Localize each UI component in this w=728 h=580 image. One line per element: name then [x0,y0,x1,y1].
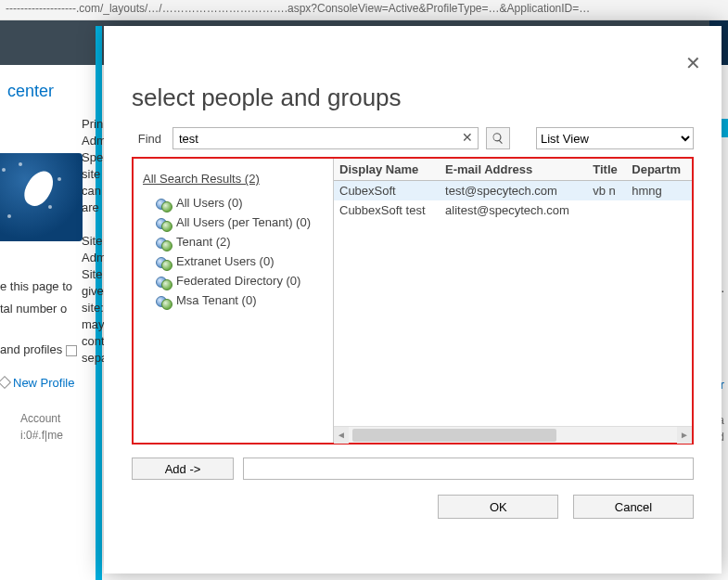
scroll-left-icon[interactable]: ◄ [334,427,349,444]
breadcrumb-center[interactable]: center [7,82,54,101]
bg-use-page: e this page to [0,278,72,295]
selected-entries-input[interactable] [243,458,694,480]
ok-button[interactable]: OK [438,495,558,519]
table-row[interactable]: CubexSofttest@specytech.comvb nhmng [334,181,692,201]
dialog-title: select people and groups [132,84,694,112]
tree-node[interactable]: Tenant (2) [143,232,326,251]
url-bar: -------------------.com/_layouts/…/……………… [0,0,728,20]
column-header[interactable]: E-mail Address [440,159,587,181]
tree-node[interactable]: All Users (0) [143,193,326,213]
view-select[interactable]: List View [536,127,694,149]
scroll-right-icon[interactable]: ► [677,427,692,444]
horizontal-scrollbar[interactable]: ◄ ► [334,426,692,443]
column-header[interactable]: Departm [626,159,692,181]
people-group-icon [156,255,171,268]
bg-profiles: and profiles [0,342,77,358]
scroll-thumb[interactable] [352,429,556,442]
bg-i0f: i:0#.f|me [20,427,63,444]
new-profile-link[interactable]: New Profile [0,376,74,390]
checkbox-icon [66,345,77,356]
bg-total-number: tal number o [0,301,67,317]
people-group-icon [156,294,171,307]
close-icon[interactable]: ✕ [685,52,701,74]
people-group-icon [156,275,171,288]
find-label: Find [132,132,165,146]
people-picker-dialog: ✕ select people and groups Find ✕ List V… [104,26,722,574]
scope-tree: All Search Results (2) All Users (0)All … [134,159,334,443]
people-group-icon [156,236,171,249]
tree-node[interactable]: Extranet Users (0) [143,251,326,271]
add-button[interactable]: Add -> [132,458,234,480]
pin-icon [0,376,11,389]
bg-account: Account [20,410,60,427]
results-table: Display NameE-mail AddressTitleDepartm C… [334,159,692,220]
clear-icon[interactable]: ✕ [462,130,473,145]
search-icon [492,132,504,145]
hero-rocket-icon [0,153,83,241]
results-pane: All Search Results (2) All Users (0)All … [132,157,694,445]
cancel-button[interactable]: Cancel [573,495,694,519]
search-button[interactable] [486,127,510,149]
table-row[interactable]: CubbexSoft testalitest@specytech.com [334,200,692,220]
column-header[interactable]: Display Name [334,159,440,181]
tree-node[interactable]: Msa Tenant (0) [143,290,326,310]
tree-node[interactable]: All Users (per Tenant) (0) [143,213,326,232]
column-header[interactable]: Title [587,159,626,181]
people-group-icon [156,197,171,210]
tree-root[interactable]: All Search Results (2) [143,172,260,186]
find-input[interactable] [172,127,479,149]
tree-node[interactable]: Federated Directory (0) [143,271,326,290]
people-group-icon [156,216,171,229]
